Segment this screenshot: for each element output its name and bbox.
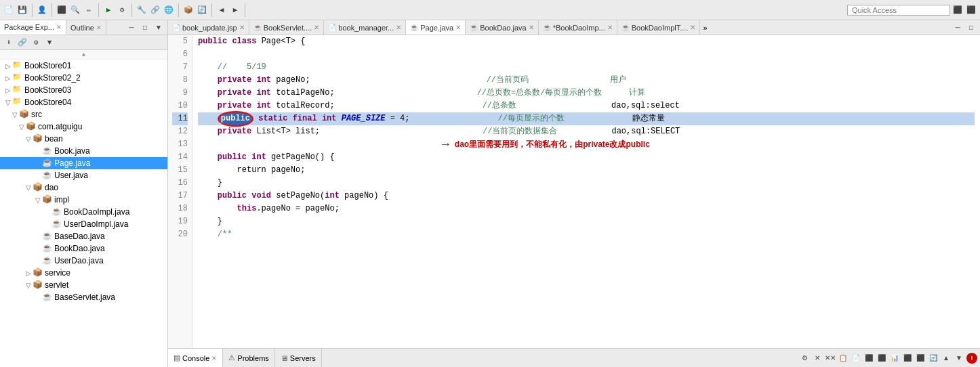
toolbar-icon-10[interactable]: 🌐 (163, 4, 175, 16)
jsp-icon-1: 📄 (172, 24, 180, 31)
sidebar-chevron-icon[interactable]: ▼ (43, 37, 56, 49)
code-editor[interactable]: 5 6 7 8 9 10 11 12 13 14 15 16 17 18 19 … (168, 35, 980, 348)
tab-bookdaoimplit[interactable]: ☕ BookDaoImplT.... ✕ (617, 20, 701, 35)
tab-close-3[interactable]: ✕ (396, 24, 401, 31)
sidebar-tabs: Package Exp... ✕ Outline ✕ ─ □ ▼ (0, 20, 167, 35)
tab-bookservlet[interactable]: ☕ BookServlet.... ✕ (249, 20, 325, 35)
basedao-icon: ☕ (42, 231, 53, 242)
bottom-icon-7[interactable]: ⬛ (876, 353, 887, 364)
bottom-icon-4[interactable]: 📋 (838, 353, 849, 364)
tree-item-src[interactable]: ▽ 📦 src (0, 108, 167, 121)
scroll-up-area[interactable]: ▲ (0, 50, 167, 60)
bottom-icon-up[interactable]: ▲ (941, 353, 952, 364)
toolbar-icon-back[interactable]: ◀ (216, 4, 228, 16)
sidebar-settings-icon[interactable]: ⚙ (30, 37, 42, 49)
tab-problems[interactable]: ⚠ Problems (223, 349, 274, 367)
tab-maximize-icon[interactable]: □ (965, 22, 977, 34)
tab-package-explorer[interactable]: Package Exp... ✕ (0, 20, 66, 35)
console-tab-close[interactable]: ✕ (211, 355, 217, 362)
minimize-icon[interactable]: ─ (125, 22, 138, 34)
bottom-icon-9[interactable]: ⬛ (902, 353, 913, 364)
arrow-bookstore04: ▽ (5, 99, 12, 106)
toolbar-icon-1[interactable]: 📄 (3, 4, 15, 16)
toolbar-icon-end1[interactable]: ⬛ (952, 4, 964, 16)
tab-book-manager[interactable]: 📄 book_manager... ✕ (324, 20, 406, 35)
tree-item-page-java[interactable]: ☕ Page.java (0, 157, 167, 169)
tree-item-dao[interactable]: ▽ 📦 dao (0, 181, 167, 194)
src-label: src (31, 110, 42, 119)
toolbar-icon-7[interactable]: ⚙ (116, 4, 128, 16)
bottom-icon-6[interactable]: ⬛ (863, 353, 874, 364)
toolbar-icon-end2[interactable]: ⬛ (965, 4, 977, 16)
tree-item-userdao-java[interactable]: ☕ UserDao.java (0, 255, 167, 267)
tree-item-baseservlet-java[interactable]: ☕ BaseServlet.java (0, 291, 167, 303)
tab-book-update-jsp[interactable]: 📄 book_update.jsp ✕ (168, 20, 249, 35)
tab-close-7[interactable]: ✕ (690, 24, 695, 31)
bottom-icon-8[interactable]: 📊 (889, 353, 900, 364)
bottom-icon-down[interactable]: ▼ (954, 353, 964, 364)
tree-item-bookstore04[interactable]: ▽ 📁 BookStore04 (0, 96, 167, 108)
jsp-icon-2: 📄 (328, 24, 336, 31)
tree-item-book-java[interactable]: ☕ Book.java (0, 145, 167, 157)
toolbar-icon-run[interactable]: ▶ (102, 4, 115, 16)
tree-item-bean[interactable]: ▽ 📦 bean (0, 133, 167, 145)
tree-item-user-java[interactable]: ☕ User.java (0, 169, 167, 181)
tab-close-4[interactable]: ✕ (455, 24, 461, 31)
bottom-icon-1[interactable]: ⚙ (799, 353, 810, 364)
toolbar-icon-11[interactable]: 📦 (182, 4, 195, 16)
toolbar-icon-5[interactable]: 🔍 (69, 4, 81, 16)
code-line-16: } (198, 177, 975, 190)
tree-item-bookstore03[interactable]: ▷ 📁 BookStore03 (0, 84, 167, 96)
chevron-down-icon[interactable]: ▼ (152, 22, 165, 34)
tab-minimize-icon[interactable]: ─ (952, 22, 964, 34)
tab-close-2[interactable]: ✕ (314, 24, 319, 31)
bottom-icon-3[interactable]: ✕✕ (825, 353, 836, 364)
link-editor-icon[interactable]: 🔗 (16, 37, 28, 49)
tree-item-servlet[interactable]: ▽ 📦 servlet (0, 279, 167, 291)
tree-item-bookstore01[interactable]: ▷ 📁 BookStore01 (0, 60, 167, 72)
tree-item-bookstore02[interactable]: ▷ 📁 BookStore02_2 (0, 72, 167, 84)
tab-outline[interactable]: Outline ✕ (66, 20, 106, 35)
tree-item-com-atguigu[interactable]: ▽ 📦 com.atguigu (0, 121, 167, 133)
java-icon-1: ☕ (253, 24, 262, 31)
tree-item-userdaoimpl-java[interactable]: ☕ UserDaoImpl.java (0, 218, 167, 230)
line-num-14: 14 (172, 151, 188, 164)
line-num-15: 15 (172, 164, 188, 177)
toolbar-icon-4[interactable]: ⬛ (56, 4, 68, 16)
tab-close-icon[interactable]: ✕ (56, 24, 62, 30)
tab-close-6[interactable]: ✕ (607, 24, 613, 31)
baseservlet-icon: ☕ (42, 292, 53, 303)
toolbar-icon-9[interactable]: 🔗 (149, 4, 161, 16)
tree-item-bookdaoimpl-java[interactable]: ☕ BookDaoImpl.java (0, 206, 167, 218)
tab-console[interactable]: ▤ Console ✕ (168, 349, 223, 367)
line-num-20: 20 (172, 228, 188, 241)
tab-bookdaoimp[interactable]: ☕ *BookDaoImp... ✕ (539, 20, 617, 35)
tree-item-basedao-java[interactable]: ☕ BaseDao.java (0, 230, 167, 242)
maximize-icon[interactable]: □ (139, 22, 151, 34)
tree-item-bookdao-java[interactable]: ☕ BookDao.java (0, 242, 167, 255)
toolbar-icon-6[interactable]: ✏️ (83, 4, 95, 16)
bottom-icon-refresh[interactable]: 🔄 (928, 353, 939, 364)
toolbar-icon-8[interactable]: 🔧 (136, 4, 148, 16)
bottom-icon-2[interactable]: ✕ (812, 353, 823, 364)
tab-page-java[interactable]: ☕ Page.java ✕ (406, 20, 466, 35)
quick-access-input[interactable] (847, 5, 950, 16)
tab-bookdao-java[interactable]: ☕ BookDao.java ✕ (466, 20, 539, 35)
bottom-icon-5[interactable]: 📄 (851, 353, 861, 364)
tab-servers[interactable]: 🖥 Servers (275, 349, 322, 367)
kw-int-14: int (251, 151, 266, 164)
tab-close-1[interactable]: ✕ (239, 24, 245, 31)
collapse-all-icon[interactable]: ⬇ (3, 37, 15, 49)
toolbar-icon-fwd[interactable]: ▶ (229, 4, 241, 16)
tab-close-5[interactable]: ✕ (529, 24, 534, 31)
tree-item-impl[interactable]: ▽ 📦 impl (0, 194, 167, 206)
toolbar-icon-12[interactable]: 🔄 (196, 4, 208, 16)
tab-overflow-button[interactable]: » (700, 24, 710, 32)
toolbar-icon-2[interactable]: 💾 (16, 4, 28, 16)
toolbar-icon-3[interactable]: 👤 (36, 4, 48, 16)
kw-int-10: int (256, 100, 271, 112)
tree-item-service[interactable]: ▷ 📦 service (0, 267, 167, 279)
bottom-icon-10[interactable]: ⬛ (915, 353, 926, 364)
outline-close-icon[interactable]: ✕ (96, 24, 102, 31)
bottom-icons: ⚙ ✕ ✕✕ 📋 📄 ⬛ ⬛ 📊 ⬛ ⬛ 🔄 ▲ ▼ ! (799, 353, 980, 364)
